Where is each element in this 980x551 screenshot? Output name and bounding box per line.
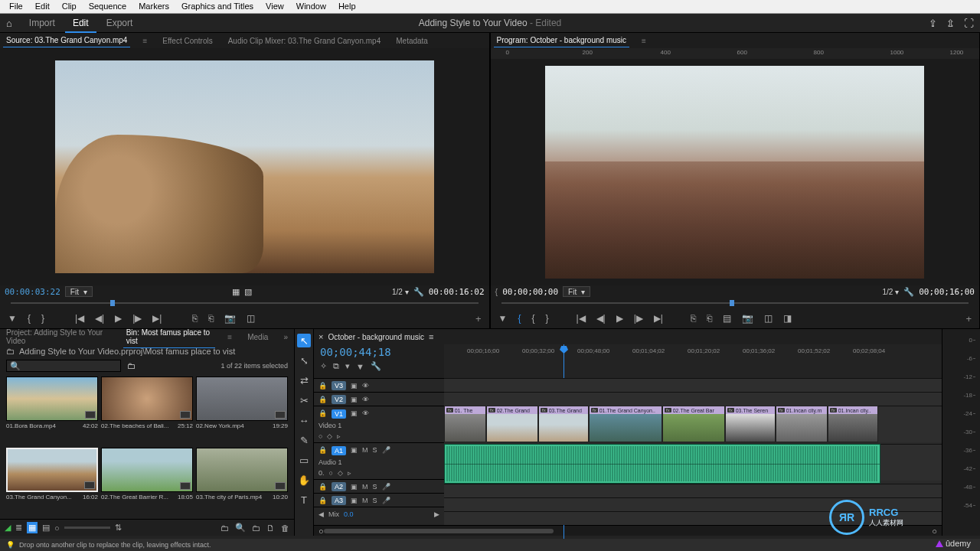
- extract-icon[interactable]: ⎗: [707, 313, 712, 324]
- button-editor-icon[interactable]: +: [475, 313, 482, 324]
- menu-help[interactable]: Help: [332, 0, 362, 13]
- ripple-edit-tool-icon[interactable]: ⇄: [297, 373, 311, 387]
- tab-program[interactable]: Program: October - background music: [494, 34, 630, 47]
- close-icon[interactable]: ×: [318, 332, 323, 341]
- insert-icon[interactable]: ⎘: [192, 313, 198, 324]
- menu-sequence[interactable]: Sequence: [83, 0, 133, 13]
- timeline-clip[interactable]: 02.The Grand: [486, 406, 538, 442]
- sort-icon[interactable]: ⇅: [115, 523, 122, 533]
- marker-icon[interactable]: ▾: [345, 361, 350, 371]
- program-fit-dropdown[interactable]: Fit ▾: [563, 286, 590, 297]
- mark-in-icon[interactable]: {: [531, 313, 534, 324]
- slip-tool-icon[interactable]: ↔: [297, 413, 311, 427]
- step-forward-icon[interactable]: |▶: [132, 313, 142, 324]
- button-editor-icon[interactable]: +: [965, 313, 972, 324]
- menu-edit[interactable]: Edit: [29, 0, 56, 13]
- panel-menu-icon[interactable]: ≡: [224, 331, 235, 344]
- zoom-slider-handle-icon[interactable]: ○: [54, 523, 60, 533]
- export-frame-icon[interactable]: 📷: [742, 313, 753, 324]
- comparison-icon[interactable]: ◫: [764, 313, 773, 324]
- timeline-scrollbar[interactable]: ○○: [314, 525, 942, 536]
- source-zoom-dropdown[interactable]: 1/2 ▾: [392, 288, 409, 296]
- tab-edit[interactable]: Edit: [65, 15, 96, 33]
- menu-file[interactable]: File: [3, 0, 29, 13]
- rectangle-tool-icon[interactable]: ▭: [297, 453, 311, 467]
- media-clip[interactable]: 02.New York.mp419:29: [196, 377, 288, 445]
- source-viewer[interactable]: [0, 48, 489, 285]
- media-clip[interactable]: 03.The Grand Canyon...16:02: [6, 448, 98, 516]
- freeform-icon[interactable]: ◢: [5, 523, 11, 533]
- fullscreen-icon[interactable]: ⛶: [964, 18, 974, 29]
- timeline-clip[interactable]: 01.Incan city..: [828, 406, 878, 442]
- menu-markers[interactable]: Markers: [132, 0, 175, 13]
- lift-icon[interactable]: ⎘: [691, 313, 696, 324]
- selection-tool-icon[interactable]: ↖: [297, 334, 311, 347]
- timeline-clip[interactable]: 01.Incan city.m: [776, 406, 828, 442]
- trash-icon[interactable]: 🗑: [281, 523, 289, 533]
- source-timecode-in[interactable]: 00:00:03:22: [5, 287, 60, 297]
- step-back-icon[interactable]: ◀|: [596, 313, 606, 324]
- mark-in-icon[interactable]: {: [495, 287, 498, 296]
- mark-in-icon[interactable]: {: [518, 313, 521, 324]
- share-icon[interactable]: ⇫: [946, 18, 955, 29]
- panel-menu-icon[interactable]: ≡: [639, 34, 649, 47]
- settings-wrench-icon[interactable]: 🔧: [903, 287, 914, 297]
- comparison-icon[interactable]: ◨: [783, 313, 792, 324]
- tab-audio-clip-mixer[interactable]: Audio Clip Mixer: 03.The Grand Canyon.mp…: [225, 34, 384, 47]
- wrench-icon[interactable]: 🔧: [371, 361, 381, 371]
- tab-export[interactable]: Export: [99, 15, 141, 31]
- new-item-icon[interactable]: 🗋: [266, 523, 275, 533]
- list-view-icon[interactable]: ≣: [15, 523, 22, 533]
- menu-view[interactable]: View: [260, 0, 290, 13]
- menu-window[interactable]: Window: [290, 0, 332, 13]
- timeline-clip[interactable]: 03.The Grand: [538, 406, 589, 442]
- mark-out-icon[interactable]: }: [41, 313, 44, 324]
- overflow-icon[interactable]: »: [280, 331, 291, 344]
- media-clip[interactable]: 02.The Great Barrier R...18:05: [101, 448, 193, 516]
- program-timecode-in[interactable]: 00;00;00;00: [502, 287, 558, 297]
- new-bin-icon[interactable]: 🗀: [127, 361, 136, 370]
- media-clip[interactable]: 02.The beaches of Bali...25:12: [101, 377, 193, 445]
- source-scrubber[interactable]: [5, 298, 485, 308]
- tab-import[interactable]: Import: [21, 15, 63, 31]
- tab-effect-controls[interactable]: Effect Controls: [159, 34, 215, 47]
- program-viewer[interactable]: [491, 59, 980, 285]
- media-clip[interactable]: 03.The city of Paris.mp410:20: [196, 448, 288, 516]
- go-to-in-icon[interactable]: |◀: [576, 313, 585, 324]
- find-icon[interactable]: 🔍: [235, 523, 246, 533]
- timeline-clip[interactable]: 03.The Seren: [725, 406, 776, 442]
- play-icon[interactable]: ▶: [616, 313, 623, 324]
- comparison-icon[interactable]: ◫: [247, 313, 255, 324]
- step-forward-icon[interactable]: |▶: [634, 313, 643, 324]
- add-marker-icon[interactable]: ▼: [498, 313, 508, 324]
- home-icon[interactable]: ⌂: [6, 18, 12, 29]
- export-frame-icon[interactable]: ▤: [723, 313, 731, 324]
- insert-frame-icon[interactable]: ▦: [232, 287, 240, 297]
- media-clip[interactable]: 01.Bora Bora.mp442:02: [6, 377, 98, 445]
- automate-to-sequence-icon[interactable]: 🗀: [220, 523, 229, 533]
- add-marker-icon[interactable]: ▼: [8, 313, 17, 324]
- track-select-tool-icon[interactable]: ⤡: [297, 354, 311, 367]
- snap-icon[interactable]: ✧: [320, 361, 327, 371]
- step-back-icon[interactable]: ◀|: [95, 313, 104, 324]
- timeline-clip[interactable]: 01.The Grand Canyon..: [589, 406, 662, 442]
- menu-clip[interactable]: Clip: [56, 0, 83, 13]
- program-scrubber[interactable]: [495, 298, 975, 308]
- settings-icon[interactable]: ▼: [356, 361, 364, 371]
- overwrite-frame-icon[interactable]: ▧: [244, 287, 252, 297]
- timeline-tracks[interactable]: 01. The02.The Grand03.The Grand01.The Gr…: [444, 378, 942, 525]
- type-tool-icon[interactable]: T: [297, 493, 311, 507]
- new-bin-icon[interactable]: 🗀: [252, 523, 260, 533]
- go-to-out-icon[interactable]: ▶|: [654, 313, 663, 324]
- timeline-clip[interactable]: 02.The Great Bar: [662, 406, 725, 442]
- go-to-out-icon[interactable]: ▶|: [152, 313, 162, 324]
- panel-menu-icon[interactable]: ≡: [139, 34, 150, 47]
- bin-icon[interactable]: 🗀: [6, 347, 15, 356]
- timeline-clip[interactable]: 01. The: [444, 406, 486, 442]
- mark-out-icon[interactable]: }: [545, 313, 548, 324]
- export-frame-icon[interactable]: 📷: [224, 313, 236, 324]
- hand-tool-icon[interactable]: ✋: [297, 473, 311, 487]
- timeline-audio-clip[interactable]: [444, 444, 880, 484]
- timeline-timecode[interactable]: 00;00;44;18: [314, 344, 444, 360]
- timeline-ruler[interactable]: 00;00;16;0000;00;32;0000;00;48;0000;01;0…: [444, 344, 942, 378]
